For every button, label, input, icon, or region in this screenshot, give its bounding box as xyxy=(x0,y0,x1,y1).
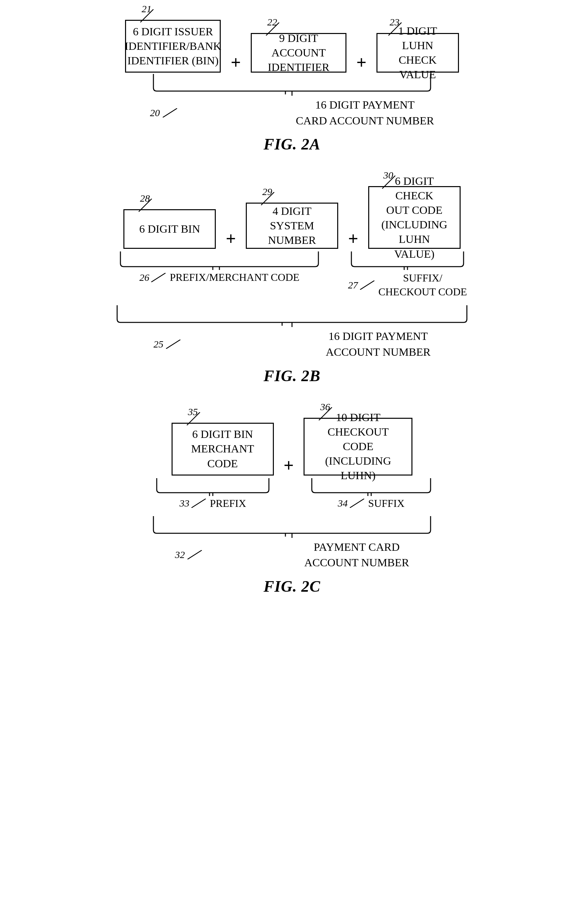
fig2c-boxes-row: 35 6 DIGIT BIN MERCHANT CODE + 36 xyxy=(94,418,490,475)
box30: 6 DIGIT CHECK OUT CODE (INCLUDING LUHN V… xyxy=(368,186,460,249)
ref34-label: 34 xyxy=(338,498,364,509)
fig2c-prefix-text: PREFIX xyxy=(210,497,246,510)
fig2c-prefix-brace: 33 PREFIX xyxy=(150,477,276,510)
ref28-label: 28 xyxy=(140,193,150,204)
fig2c-suffix-text: SUFFIX xyxy=(368,497,404,510)
svg-line-5 xyxy=(139,199,152,212)
box22-wrapper: 22 9 DIGIT ACCOUNT IDENTIFIER xyxy=(251,33,346,73)
box35-wrapper: 35 6 DIGIT BIN MERCHANT CODE xyxy=(172,423,274,475)
plus1: + xyxy=(231,52,241,73)
box30-wrapper: 30 6 DIGIT CHECK OUT CODE (INCLUDING LUH… xyxy=(368,186,460,249)
prefix-text: PREFIX/MERCHANT CODE xyxy=(170,271,299,284)
box22: 9 DIGIT ACCOUNT IDENTIFIER xyxy=(251,33,346,73)
ref22-label: 22 xyxy=(267,16,277,28)
prefix-brace-group: 26 PREFIX/MERCHANT CODE xyxy=(114,250,325,284)
fig2c-combined-label: PAYMENT CARD ACCOUNT NUMBER xyxy=(304,539,409,571)
svg-line-1 xyxy=(266,22,279,36)
ref30-label: 30 xyxy=(383,170,393,181)
fig2c-caption: FIG. 2C xyxy=(264,577,320,595)
svg-line-14 xyxy=(187,412,200,426)
fig2a-ref20-row: 20 16 DIGIT PAYMENT CARD ACCOUNT NUMBER xyxy=(147,97,437,129)
ref35-label: 35 xyxy=(188,406,198,417)
box35: 6 DIGIT BIN MERCHANT CODE xyxy=(172,423,274,475)
box23-wrapper: 23 1 DIGIT LUHN CHECK VALUE xyxy=(376,33,459,73)
svg-line-15 xyxy=(319,407,332,421)
svg-line-2 xyxy=(388,22,401,36)
ref33-label: 33 xyxy=(180,498,206,509)
ref36-label: 36 xyxy=(320,401,330,412)
prefix-label-row: 26 PREFIX/MERCHANT CODE xyxy=(139,271,299,284)
fig2b-ref25-row: 25 16 DIGIT PAYMENT ACCOUNT NUMBER xyxy=(111,328,473,360)
fig2a-section: 21 6 DIGIT ISSUER IDENTIFIER/BANK IDENTI… xyxy=(61,20,523,153)
svg-line-11 xyxy=(360,280,374,290)
fig2b-plus1: + xyxy=(226,228,236,249)
fig2c-section: 35 6 DIGIT BIN MERCHANT CODE + 36 xyxy=(61,418,523,595)
fig2b-combined-label: 16 DIGIT PAYMENT ACCOUNT NUMBER xyxy=(326,328,431,360)
ref21-label: 21 xyxy=(142,3,152,15)
ref25-label: 25 xyxy=(153,338,180,350)
svg-line-0 xyxy=(140,9,153,22)
box23: 1 DIGIT LUHN CHECK VALUE xyxy=(376,33,459,73)
svg-line-9 xyxy=(151,273,166,282)
ref20-label: 20 xyxy=(150,107,177,119)
svg-line-6 xyxy=(261,192,274,205)
svg-line-4 xyxy=(163,108,177,117)
fig2c-ref32-row: 32 PAYMENT CARD ACCOUNT NUMBER xyxy=(147,539,437,571)
box29: 4 DIGIT SYSTEM NUMBER xyxy=(246,203,338,249)
ref29-label: 29 xyxy=(262,186,272,197)
svg-line-19 xyxy=(350,498,364,508)
fig2b-section: 28 6 DIGIT BIN + 29 xyxy=(61,186,523,384)
ref23-label: 23 xyxy=(390,16,399,28)
suffix-text: SUFFIX/ CHECKOUT CODE xyxy=(378,271,467,299)
fig2a-caption: FIG. 2A xyxy=(264,135,320,153)
ref27-label: 27 xyxy=(348,279,374,291)
box28-wrapper: 28 6 DIGIT BIN xyxy=(124,209,216,249)
box29-wrapper: 29 4 DIGIT SYSTEM NUMBER xyxy=(246,203,338,249)
fig2c-outer-brace xyxy=(147,515,437,539)
ref32-label: 32 xyxy=(175,549,202,560)
ref26-label: 26 xyxy=(139,272,166,283)
fig2b-boxes-row: 28 6 DIGIT BIN + 29 xyxy=(78,186,506,249)
box21: 6 DIGIT ISSUER IDENTIFIER/BANK IDENTIFIE… xyxy=(125,20,221,73)
svg-line-7 xyxy=(382,176,395,189)
fig2c-plus: + xyxy=(284,455,294,475)
svg-line-21 xyxy=(187,550,202,559)
box36: 10 DIGIT CHECKOUT CODE (INCLUDING LUHN) xyxy=(304,418,412,475)
fig2c-suffix-row: 34 SUFFIX xyxy=(338,497,404,510)
fig2c-prefix-row: 33 PREFIX xyxy=(180,497,246,510)
svg-line-13 xyxy=(166,340,180,349)
box36-wrapper: 36 10 DIGIT CHECKOUT CODE (INCLUDING LUH… xyxy=(304,418,412,475)
box28: 6 DIGIT BIN xyxy=(124,209,216,249)
fig2a-combined-label: 16 DIGIT PAYMENT CARD ACCOUNT NUMBER xyxy=(296,97,434,129)
fig2b-caption: FIG. 2B xyxy=(264,366,320,385)
box21-wrapper: 21 6 DIGIT ISSUER IDENTIFIER/BANK IDENTI… xyxy=(125,20,221,73)
svg-line-17 xyxy=(191,498,206,508)
plus2: + xyxy=(356,52,366,73)
fig2b-plus2: + xyxy=(348,228,358,249)
suffix-label-row: 27 SUFFIX/ CHECKOUT CODE xyxy=(348,271,467,299)
page: 21 6 DIGIT ISSUER IDENTIFIER/BANK IDENTI… xyxy=(0,0,584,924)
fig2b-outer-brace xyxy=(111,304,473,328)
